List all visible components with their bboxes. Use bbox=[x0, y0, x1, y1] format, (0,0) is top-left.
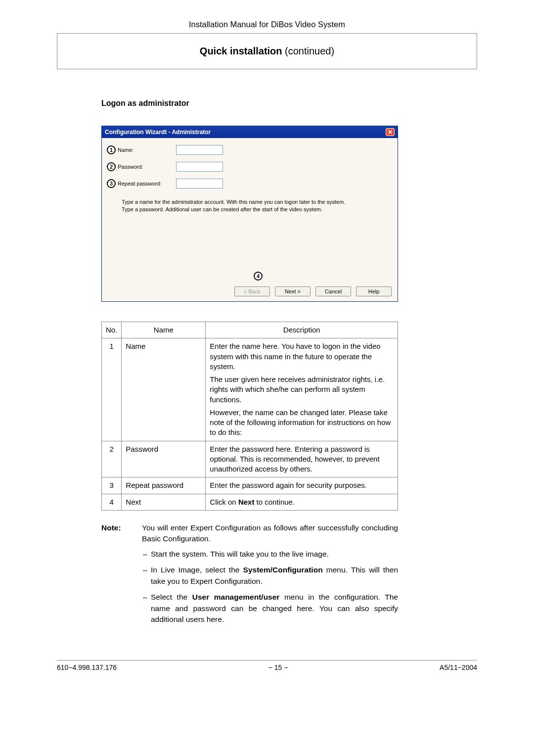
page-title-box: Quick installation (continued) bbox=[57, 33, 477, 69]
note-intro: You will enter Expert Configuration as f… bbox=[142, 522, 398, 545]
password-input[interactable] bbox=[176, 162, 223, 172]
cell-desc: Enter the password here. Entering a pass… bbox=[206, 441, 398, 477]
desc-para: However, the name can be changed later. … bbox=[210, 408, 394, 438]
desc-para: The user given here receives administrat… bbox=[210, 375, 394, 405]
cell-desc: Click on Next to continue. bbox=[206, 494, 398, 510]
note-item: In Live Image, select the System/Configu… bbox=[151, 565, 398, 587]
close-icon[interactable]: ✕ bbox=[386, 128, 395, 136]
table-row: 1 Name Enter the name here. You have to … bbox=[102, 338, 398, 441]
page-title-bold: Quick installation bbox=[200, 46, 282, 56]
config-wizard-dialog: Configuration Wizardt - Administrator ✕ … bbox=[101, 126, 398, 302]
name-label: Name: bbox=[118, 147, 176, 153]
name-input[interactable] bbox=[176, 145, 223, 155]
th-name: Name bbox=[122, 322, 206, 338]
dialog-titlebar: Configuration Wizardt - Administrator ✕ bbox=[102, 126, 398, 138]
desc-bold: Next bbox=[238, 498, 255, 506]
doc-header: Installation Manual for DiBos Video Syst… bbox=[57, 20, 477, 29]
desc-para: Enter the name here. You have to logon i… bbox=[210, 341, 394, 372]
cell-no: 2 bbox=[102, 441, 122, 477]
th-no: No. bbox=[102, 322, 122, 338]
cell-name: Repeat password bbox=[122, 477, 206, 494]
cell-desc: Enter the password again for security pu… bbox=[206, 477, 398, 494]
footer-left: 610−4.998.137.176 bbox=[57, 663, 117, 671]
cell-no: 1 bbox=[102, 338, 122, 441]
footer-right: A5/11−2004 bbox=[440, 663, 477, 671]
password-label: Password: bbox=[118, 164, 176, 170]
cell-no: 3 bbox=[102, 477, 122, 494]
back-button: < Back bbox=[234, 286, 270, 296]
cancel-button[interactable]: Cancel bbox=[315, 286, 351, 296]
footer-center: − 15 − bbox=[268, 663, 288, 671]
note-label: Note: bbox=[101, 522, 128, 630]
repeat-password-label: Repeat password: bbox=[118, 181, 176, 187]
table-row: 2 Password Enter the password here. Ente… bbox=[102, 441, 398, 477]
note-bold: User management/user bbox=[192, 593, 280, 601]
note-pre: In Live Image, select the bbox=[151, 566, 243, 574]
callout-1: 1 bbox=[107, 145, 116, 154]
table-header-row: No. Name Description bbox=[102, 322, 398, 338]
cell-name: Name bbox=[122, 338, 206, 441]
page-footer: 610−4.998.137.176 − 15 − A5/11−2004 bbox=[57, 660, 477, 671]
callout-3: 3 bbox=[107, 179, 116, 188]
note-item: Start the system. This will take you to … bbox=[151, 549, 398, 560]
cell-no: 4 bbox=[102, 494, 122, 510]
table-row: 4 Next Click on Next to continue. bbox=[102, 494, 398, 510]
dialog-hint-2: Type a password. Additional user can be … bbox=[122, 206, 393, 213]
repeat-password-input[interactable] bbox=[176, 179, 223, 189]
th-desc: Description bbox=[206, 322, 398, 338]
dialog-hint-1: Type a name for the administrator accoun… bbox=[122, 198, 393, 206]
section-heading: Logon as administrator bbox=[101, 99, 477, 108]
desc-pre: Click on bbox=[210, 498, 238, 506]
desc-post: to continue. bbox=[254, 498, 295, 506]
help-button[interactable]: Help bbox=[356, 286, 392, 296]
note-item: Select the User management/user menu in … bbox=[151, 592, 398, 625]
description-table: No. Name Description 1 Name Enter the na… bbox=[101, 322, 398, 511]
callout-4: 4 bbox=[254, 272, 263, 281]
callout-2: 2 bbox=[107, 162, 116, 171]
dialog-title-text: Configuration Wizardt - Administrator bbox=[105, 129, 211, 136]
next-button[interactable]: Next > bbox=[275, 286, 311, 296]
cell-name: Next bbox=[122, 494, 206, 510]
note-pre: Select the bbox=[151, 593, 192, 601]
page-title-rest: (continued) bbox=[282, 46, 335, 56]
note-bold: System/Configuration bbox=[243, 566, 323, 574]
cell-name: Password bbox=[122, 441, 206, 477]
note-block: Note: You will enter Expert Configuratio… bbox=[101, 522, 398, 630]
cell-desc: Enter the name here. You have to logon i… bbox=[206, 338, 398, 441]
table-row: 3 Repeat password Enter the password aga… bbox=[102, 477, 398, 494]
